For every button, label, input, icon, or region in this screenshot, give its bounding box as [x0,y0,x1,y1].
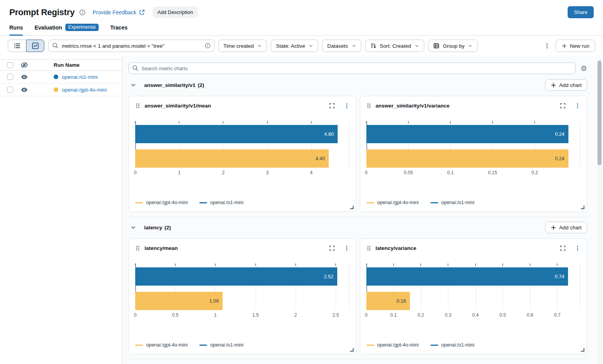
legend-item[interactable]: openai:/o1-mini [199,342,243,348]
share-button[interactable]: Share [568,6,594,18]
run-row[interactable]: openai:/o1-mini [0,71,122,83]
legend-item[interactable]: openai:/o1-mini [430,342,474,348]
legend-swatch [199,202,207,203]
bar: 4.60 [135,125,338,143]
info-icon[interactable] [79,9,85,16]
run-checkbox[interactable] [7,87,13,93]
metric-section: answer_similarity/v1 (2) Add chart answe… [129,77,587,212]
plot-area: 2.521.09 [135,263,350,310]
tab-evaluation[interactable]: Evaluation Experimental [35,21,99,35]
drag-handle-icon[interactable] [366,245,371,251]
legend-label: openai:/o1-mini [210,200,243,205]
legend-item[interactable]: openai:/gpt-4o-mini [366,200,419,205]
gridline [580,263,580,310]
resize-handle[interactable] [350,206,354,209]
expand-chart-icon[interactable] [329,245,335,251]
datasets-filter-label: Datasets [327,43,348,49]
legend-item[interactable]: openai:/o1-mini [430,200,474,205]
run-search-input[interactable] [48,40,214,52]
bar: 0.16 [366,292,410,310]
sort-icon [370,43,376,49]
expand-chart-icon[interactable] [329,103,335,109]
run-name-column-header: Run Name [54,62,80,68]
x-tick-label: 0.6 [527,312,533,318]
chart-card: answer_similarity/v1/variance 0.240.24 0… [360,96,587,212]
metric-chart-search-input[interactable] [129,62,576,74]
sort-dropdown[interactable]: Sort: Created [365,40,424,52]
chart-menu-icon[interactable] [575,103,580,109]
resize-handle[interactable] [581,348,584,352]
new-run-button[interactable]: New run [556,40,595,52]
chart-menu-icon[interactable] [344,103,350,109]
drag-handle-icon[interactable] [135,103,140,109]
eye-icon[interactable] [20,86,28,94]
runs-table: Run Name openai:/o1-mini openai:/gpt-4o-… [0,59,122,96]
overflow-menu-icon[interactable] [542,41,552,50]
datasets-filter[interactable]: Datasets [322,40,361,52]
time-created-filter[interactable]: Time created [218,40,267,52]
legend-item[interactable]: openai:/gpt-4o-mini [366,342,419,348]
tick-mark [295,263,296,266]
run-name-link[interactable]: openai:/o1-mini [62,74,98,80]
state-filter[interactable]: State: Active [271,40,318,52]
gridline [580,121,580,168]
resize-handle[interactable] [350,348,354,352]
add-chart-button[interactable]: Add chart [545,79,587,91]
tab-traces[interactable]: Traces [110,21,127,35]
tick-mark [223,121,223,123]
section-collapse-icon[interactable] [131,82,136,88]
eye-off-icon[interactable] [20,61,28,69]
run-checkbox[interactable] [7,74,13,80]
state-filter-label: State: Active [276,43,305,49]
run-name-link[interactable]: openai:/gpt-4o-mini [62,87,107,93]
expand-chart-icon[interactable] [560,103,566,109]
scrollbar-thumb[interactable] [598,61,601,165]
experimental-badge: Experimental [65,24,99,31]
resize-handle[interactable] [581,206,584,209]
section-collapse-icon[interactable] [131,225,136,230]
chart-view-button[interactable] [26,40,44,52]
tab-runs[interactable]: Runs [9,21,23,35]
tick-mark [448,263,448,266]
bar: 1.09 [135,292,223,310]
provide-feedback-link[interactable]: Provide Feedback [92,9,145,16]
group-by-dropdown[interactable]: Group by [428,40,478,52]
tick-mark [311,121,312,123]
chart-menu-icon[interactable] [344,245,350,251]
x-tick-label: 0.7 [554,312,561,318]
run-color-dot [54,87,58,92]
run-label: openai:/gpt-4o-mini [54,87,107,93]
chart-card-header: latency/mean [135,243,350,253]
search-info-icon[interactable] [205,43,211,49]
x-tick-label: 0.2 [418,312,424,318]
bar: 4.40 [135,149,329,168]
chart-menu-icon[interactable] [575,245,580,251]
chevron-down-icon [308,43,313,48]
legend-swatch [135,345,143,346]
legend-swatch [135,202,143,203]
legend-item[interactable]: openai:/gpt-4o-mini [135,200,188,205]
list-view-button[interactable] [8,40,26,52]
gear-icon[interactable]: ⚙ [580,65,587,72]
legend-item[interactable]: openai:/gpt-4o-mini [135,342,188,348]
bar-value-label: 0.24 [555,132,564,137]
bar: 2.52 [135,267,337,286]
drag-handle-icon[interactable] [135,245,140,251]
x-tick-label: 0.05 [404,170,413,175]
tick-mark [175,263,176,266]
tick-mark [366,263,367,266]
chart-card-header: answer_similarity/v1/mean [135,101,350,110]
drag-handle-icon[interactable] [366,103,371,109]
eye-icon[interactable] [20,73,28,81]
select-all-checkbox[interactable] [7,62,13,68]
add-chart-button[interactable]: Add chart [545,222,587,233]
run-row[interactable]: openai:/gpt-4o-mini [0,83,122,96]
bar-value-label: 0.24 [555,156,564,161]
tick-mark [534,121,535,123]
expand-chart-icon[interactable] [560,245,566,251]
legend-swatch [430,202,438,203]
chart-legend: openai:/gpt-4o-miniopenai:/o1-mini [135,342,350,348]
legend-item[interactable]: openai:/o1-mini [199,200,243,205]
add-description-button[interactable]: Add Description [153,7,198,18]
section-header: answer_similarity/v1 (2) Add chart [129,77,587,93]
